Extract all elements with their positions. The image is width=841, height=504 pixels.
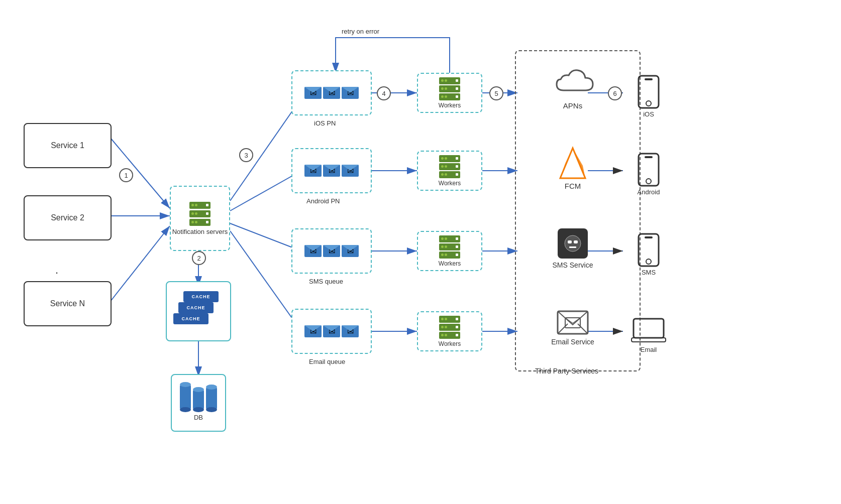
sms-service-label: SMS Service [553, 261, 593, 270]
service-2-box: Service 2 [24, 195, 112, 240]
service-n-label: Service N [50, 299, 85, 308]
sms-service-icon [558, 228, 588, 259]
apns-cloud-icon [548, 65, 598, 100]
email-label: Email [641, 346, 657, 353]
svg-rect-30 [558, 311, 588, 334]
email-service: Email Service [522, 309, 623, 346]
workers-1-label: Workers [439, 102, 461, 109]
step-6-label: 6 [608, 86, 622, 100]
svg-rect-38 [645, 156, 653, 158]
notification-servers-label: Notification servers [172, 228, 228, 235]
svg-rect-28 [574, 240, 578, 243]
ios-device-icon [637, 74, 660, 109]
email-queue: ✉ ✉ ✉ [291, 309, 372, 354]
svg-rect-40 [639, 234, 659, 266]
svg-rect-29 [569, 246, 576, 248]
workers-2-label: Workers [439, 180, 461, 187]
sms-label: SMS [642, 269, 656, 276]
apns-label: APNs [563, 101, 582, 110]
envelope-icon: ✉ [323, 245, 340, 257]
step-2-label: 2 [192, 251, 206, 265]
cache-box: CACHE CACHE CACHE [166, 281, 231, 341]
workers-2: Workers [417, 151, 482, 191]
cache-item-2: CACHE [178, 302, 214, 313]
envelope-icon: ✉ [323, 325, 340, 337]
step-5-label: 5 [489, 86, 503, 100]
service-n-box: Service N [24, 281, 112, 326]
svg-line-31 [558, 324, 568, 334]
service-2-label: Service 2 [51, 213, 84, 222]
email-service-icon [555, 309, 590, 336]
fcm-label: FCM [565, 182, 581, 190]
envelope-icon: ✉ [304, 325, 322, 337]
third-party-label: Third Party Services [535, 366, 598, 375]
android-device-icon [637, 152, 660, 187]
envelope-icon: ✉ [342, 165, 359, 177]
ios-label: iOS [643, 110, 654, 118]
step-4-label: 4 [377, 86, 391, 100]
svg-point-39 [646, 179, 651, 184]
svg-marker-23 [560, 148, 585, 178]
retry-label: retry on error [342, 28, 379, 36]
email-destination: Email [630, 316, 667, 353]
svg-rect-34 [639, 76, 659, 108]
envelope-icon: ✉ [342, 325, 359, 337]
sms-destination: SMS [637, 232, 660, 276]
svg-rect-37 [639, 154, 659, 186]
android-pn-label: Android PN [306, 197, 340, 206]
fcm-service: FCM [522, 146, 623, 190]
sms-queue-label: SMS queue [309, 278, 343, 286]
notification-servers: Notification servers [170, 186, 230, 251]
db-label: DB [194, 414, 203, 421]
db-box: DB [171, 374, 226, 432]
envelope-icon: ✉ [323, 87, 340, 99]
envelope-icon: ✉ [304, 245, 322, 257]
workers-4: Workers [417, 311, 482, 351]
envelope-icon: ✉ [304, 87, 322, 99]
svg-point-26 [565, 235, 581, 251]
envelope-icon: ✉ [323, 165, 340, 177]
ios-pn-queue: ✉ ✉ ✉ [291, 70, 372, 115]
android-pn-queue: ✉ ✉ ✉ [291, 148, 372, 193]
email-queue-label: Email queue [309, 358, 345, 366]
sms-service: SMS Service [522, 228, 623, 270]
ios-destination: iOS [637, 74, 660, 118]
workers-1: Workers [417, 73, 482, 113]
svg-rect-27 [568, 240, 572, 243]
envelope-icon: ✉ [304, 165, 322, 177]
workers-3: Workers [417, 231, 482, 271]
email-service-label: Email Service [551, 337, 594, 346]
svg-line-32 [578, 324, 588, 334]
fcm-icon [555, 146, 590, 181]
cache-item-3: CACHE [173, 313, 208, 324]
step-3-label: 3 [239, 148, 253, 162]
workers-4-label: Workers [439, 340, 461, 347]
svg-rect-35 [645, 78, 653, 80]
sms-device-icon [637, 232, 660, 268]
ios-pn-label: iOS PN [314, 119, 336, 128]
service-1-box: Service 1 [24, 123, 112, 168]
sms-queue: ✉ ✉ ✉ [291, 228, 372, 274]
workers-3-label: Workers [439, 260, 461, 267]
svg-marker-25 [560, 148, 573, 178]
svg-point-42 [646, 259, 651, 264]
service-1-label: Service 1 [51, 141, 84, 150]
svg-marker-24 [573, 148, 585, 178]
apns-service: APNs [522, 65, 623, 110]
cache-item-1: CACHE [183, 291, 219, 302]
envelope-icon: ✉ [342, 245, 359, 257]
svg-point-36 [646, 101, 651, 106]
envelope-icon: ✉ [342, 87, 359, 99]
svg-rect-41 [645, 236, 653, 238]
svg-rect-43 [634, 319, 664, 338]
android-label: Android [638, 188, 660, 196]
email-device-icon [630, 316, 667, 344]
android-destination: Android [637, 152, 660, 196]
step-1-label: 1 [119, 168, 133, 182]
